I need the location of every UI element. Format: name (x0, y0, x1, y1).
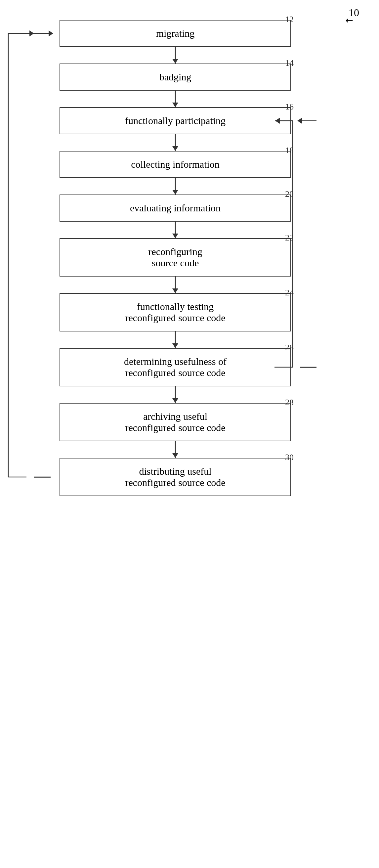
connector-24-26 (51, 332, 299, 348)
box-badging: 14 badging (60, 63, 291, 91)
box-distributing: 30 distributing usefulreconfigured sourc… (60, 458, 291, 496)
box-collecting-information: 18 collecting information (60, 151, 291, 178)
connector-12-14 (51, 47, 299, 63)
connector-20-22 (51, 222, 299, 238)
connector-18-20 (51, 178, 299, 194)
connector-26-28 (51, 386, 299, 403)
box-reconfiguring-source-code: 22 reconfiguringsource code (60, 238, 291, 277)
connector-22-24 (51, 277, 299, 293)
box-evaluating-information: 20 evaluating information (60, 194, 291, 222)
connector-16-18 (51, 134, 299, 151)
box-migrating: 12 migrating (60, 20, 291, 47)
box-functionally-testing: 24 functionally testingreconfigured sour… (60, 293, 291, 332)
box-archiving: 28 archiving usefulreconfigured source c… (60, 403, 291, 441)
box-functionally-participating: 16 functionally participating (60, 107, 291, 134)
svg-marker-7 (29, 30, 34, 36)
connector-28-30 (51, 441, 299, 458)
box-determining-usefulness: 26 determining usefulness ofreconfigured… (60, 348, 291, 386)
connector-14-16 (51, 91, 299, 107)
